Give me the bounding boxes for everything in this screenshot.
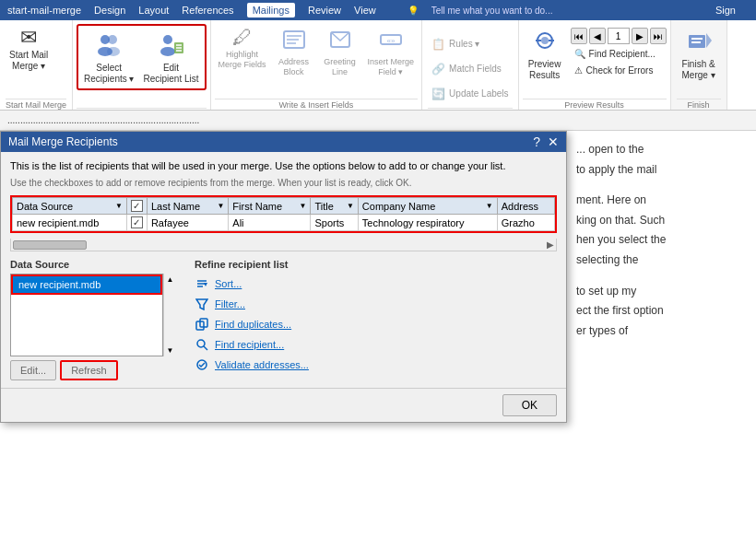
menu-item-insert[interactable]: start-mail-merge (7, 5, 81, 16)
col-header-address[interactable]: Address (497, 198, 554, 215)
edit-refresh-row: Edit... Refresh (10, 360, 176, 380)
col-header-title[interactable]: Title ▼ (311, 198, 358, 215)
ok-btn[interactable]: OK (502, 394, 557, 416)
data-source-scrollbar[interactable]: ▲ ▼ (163, 274, 176, 356)
address-block-btn[interactable]: AddressBlock (272, 24, 316, 79)
preview-results-btn[interactable]: PreviewResults (523, 24, 567, 83)
check-for-errors-label: Check for Errors (586, 65, 654, 76)
document-area: ... open to the to apply the mail ment. … (567, 131, 756, 537)
svg-point-5 (160, 47, 175, 56)
doc-line-10: ect the first option (576, 301, 747, 321)
record-number-input[interactable] (608, 28, 630, 44)
dialog-help-btn[interactable]: ? (533, 135, 540, 148)
find-recipient-refine-label: Find recipient... (215, 339, 284, 350)
rules-btn[interactable]: 📋 Rules ▾ (428, 36, 513, 53)
ribbon-group-start-mail-merge: ✉ Start MailMerge ▾ Start Mail Merge (0, 20, 73, 110)
dialog-titlebar: Mail Merge Recipients ? ✕ (1, 132, 566, 152)
menu-item-mailings[interactable]: Mailings (247, 3, 295, 18)
select-recipients-label: SelectRecipients ▾ (84, 63, 134, 85)
col-header-first-name[interactable]: First Name ▼ (229, 198, 311, 215)
data-source-list[interactable]: new recipient.mdb (10, 274, 163, 356)
data-source-section: Data Source new recipient.mdb ▲ ▼ Edit..… (10, 259, 176, 380)
sign-in-link[interactable]: Sign (715, 5, 736, 16)
doc-line-6: hen you select the (576, 230, 747, 251)
dialog-body: This is the list of recipients that will… (1, 152, 566, 259)
finish-merge-icon (686, 28, 712, 57)
select-recipients-icon (96, 31, 122, 61)
scrollbar-up-arrow[interactable]: ▲ (167, 275, 174, 284)
col-sort-last-name-icon: ▼ (217, 202, 224, 210)
start-mail-merge-btn[interactable]: ✉ Start MailMerge ▾ (6, 24, 52, 74)
table-scrollbar-horizontal[interactable]: ▶ (10, 239, 557, 251)
find-recipient-btn[interactable]: 🔍 Find Recipient... (571, 47, 667, 61)
greeting-line-icon (328, 28, 352, 55)
finish-merge-label: Finish &Merge ▾ (682, 59, 715, 81)
last-record-btn[interactable]: ⏭ (650, 28, 667, 44)
svg-rect-24 (691, 41, 701, 43)
first-record-btn[interactable]: ⏮ (571, 28, 587, 44)
validate-label: Validate addresses... (215, 359, 309, 370)
dialog-description-line1: This is the list of recipients that will… (10, 159, 557, 173)
data-source-item[interactable]: new recipient.mdb (11, 274, 162, 295)
highlight-box: SelectRecipients ▾ EditRecipient L (77, 24, 207, 90)
highlight-merge-fields-icon: 🖊 (232, 28, 253, 48)
cell-checkbox[interactable] (126, 215, 147, 231)
filter-icon (195, 297, 209, 311)
col-header-checkbox[interactable] (126, 198, 147, 215)
svg-rect-23 (691, 38, 703, 40)
svg-point-4 (163, 35, 172, 44)
col-sort-title-icon: ▼ (347, 202, 354, 210)
preview-results-label: PreviewResults (528, 59, 561, 81)
select-edit-group-label (77, 108, 207, 110)
select-all-checkbox[interactable] (131, 200, 143, 212)
refine-section-label: Refine recipient list (195, 259, 557, 270)
check-for-errors-btn[interactable]: ⚠ Check for Errors (571, 64, 667, 77)
find-duplicates-icon (195, 317, 209, 332)
refresh-btn[interactable]: Refresh (60, 360, 118, 380)
greeting-line-btn[interactable]: GreetingLine (318, 24, 362, 79)
start-mail-merge-group-label: Start Mail Merge (6, 99, 66, 110)
scrollbar-down-arrow[interactable]: ▼ (167, 346, 174, 355)
write-insert-group-label: Write & Insert Fields (215, 99, 419, 110)
insert-merge-field-btn[interactable]: «» Insert MergeField ▾ (364, 24, 419, 79)
menu-item-references[interactable]: References (182, 5, 233, 16)
next-record-btn[interactable]: ▶ (632, 28, 648, 44)
insert-merge-field-label: Insert MergeField ▾ (368, 57, 415, 77)
col-header-last-name[interactable]: Last Name ▼ (147, 198, 228, 215)
sort-btn[interactable]: Sort... (195, 274, 557, 294)
address-block-icon (282, 28, 306, 55)
highlight-merge-fields-btn[interactable]: 🖊 HighlightMerge Fields (215, 24, 270, 72)
sort-icon (195, 276, 209, 291)
validate-btn[interactable]: Validate addresses... (195, 355, 557, 375)
refine-section: Refine recipient list Sort... (195, 259, 557, 380)
menu-item-view[interactable]: View (354, 5, 376, 16)
edit-btn[interactable]: Edit... (10, 360, 56, 380)
find-recipient-refine-btn[interactable]: Find recipient... (195, 334, 557, 355)
finish-merge-btn[interactable]: Finish &Merge ▾ (677, 24, 721, 83)
menu-item-review[interactable]: Review (308, 5, 341, 16)
menu-item-design[interactable]: Design (94, 5, 125, 16)
svg-marker-29 (196, 299, 207, 309)
edit-recipient-list-btn[interactable]: EditRecipient List (140, 28, 203, 87)
tell-me-text[interactable]: Tell me what you want to do... (431, 6, 553, 16)
ribbon: ✉ Start MailMerge ▾ Start Mail Merge (0, 20, 756, 111)
find-duplicates-btn[interactable]: Find duplicates... (195, 314, 557, 334)
match-fields-btn[interactable]: 🔗 Match Fields (428, 61, 513, 77)
doc-line-11: er types of (576, 321, 747, 342)
filter-btn[interactable]: Filter... (195, 294, 557, 314)
col-sort-company-icon: ▼ (486, 202, 493, 210)
find-duplicates-label: Find duplicates... (215, 319, 291, 330)
scroll-right-arrow[interactable]: ▶ (547, 239, 554, 250)
ribbon-group-write-insert: 🖊 HighlightMerge Fields AddressBlock (211, 20, 423, 110)
menu-item-layout[interactable]: Layout (138, 5, 169, 16)
prev-record-btn[interactable]: ◀ (589, 28, 606, 44)
select-recipients-btn[interactable]: SelectRecipients ▾ (80, 28, 137, 87)
row-checkbox[interactable] (131, 216, 143, 228)
col-header-data-source[interactable]: Data Source ▼ (13, 198, 127, 215)
dialog-close-btn[interactable]: ✕ (548, 135, 559, 148)
col-header-company[interactable]: Company Name ▼ (358, 198, 497, 215)
doc-line-9: to set up my (576, 282, 747, 302)
dialog-bottom: Data Source new recipient.mdb ▲ ▼ Edit..… (1, 259, 566, 388)
update-labels-btn[interactable]: 🔄 Update Labels (428, 86, 513, 102)
scrollbar-thumb[interactable] (13, 240, 87, 250)
